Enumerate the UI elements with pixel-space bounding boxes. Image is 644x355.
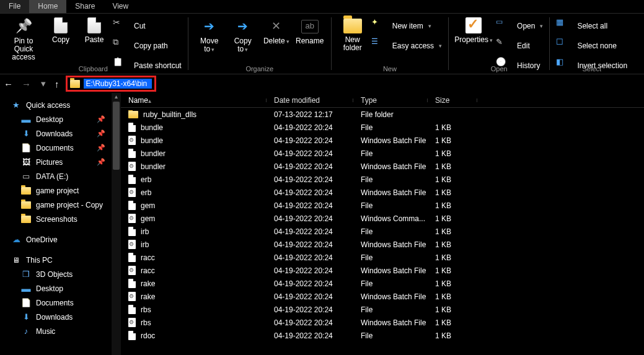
file-type: File <box>353 279 428 288</box>
address-bar[interactable]: E:\Ruby31-x64\bin <box>66 76 156 92</box>
nav-pc-desktop[interactable]: Desktop <box>9 281 112 296</box>
desktop-icon <box>21 115 31 125</box>
nav-game-project-copy[interactable]: game project - Copy <box>9 198 112 212</box>
file-row[interactable]: erb04-19-2022 20:24Windows Batch File1 K… <box>121 186 644 199</box>
file-row[interactable]: ruby_builtin_dlls07-13-2022 12:17File fo… <box>121 108 644 121</box>
file-row[interactable]: bundle04-19-2022 20:24File1 KB <box>121 121 644 134</box>
file-row[interactable]: racc04-19-2022 20:24Windows Batch File1 … <box>121 264 644 277</box>
nav-this-pc[interactable]: This PC <box>9 253 112 267</box>
file-row[interactable]: bundler04-19-2022 20:24File1 KB <box>121 147 644 160</box>
batch-file-icon <box>128 136 136 145</box>
file-row[interactable]: gem04-19-2022 20:24Windows Comma...1 KB <box>121 212 644 225</box>
new-item-icon <box>371 17 389 35</box>
file-size: 1 KB <box>428 175 477 184</box>
nav-quick-access[interactable]: Quick access <box>9 98 112 112</box>
col-size[interactable]: Size <box>428 96 477 105</box>
select-all-button[interactable]: Select all <box>556 17 627 35</box>
scrollbar-thumb[interactable] <box>113 102 120 170</box>
pc-icon <box>11 255 21 265</box>
col-date[interactable]: Date modified <box>267 96 353 105</box>
nav-screenshots[interactable]: Screenshots <box>9 212 112 226</box>
cube-icon <box>21 270 31 279</box>
nav-downloads[interactable]: Downloads📌 <box>9 126 112 141</box>
file-row[interactable]: bundler04-19-2022 20:24Windows Batch Fil… <box>121 160 644 173</box>
divider <box>331 17 332 70</box>
nav-onedrive[interactable]: OneDrive <box>9 232 112 247</box>
nav-desktop[interactable]: Desktop📌 <box>9 112 112 126</box>
select-none-button[interactable]: Select none <box>556 37 627 55</box>
tab-view[interactable]: View <box>104 0 137 13</box>
pin-to-quick-access-button[interactable]: Pin to Quick access <box>4 16 43 62</box>
music-icon <box>21 327 31 336</box>
easy-access-button[interactable]: Easy access▾ <box>371 37 442 55</box>
nav-forward-button[interactable]: → <box>22 79 31 89</box>
nav-pc-music[interactable]: Music <box>9 324 112 338</box>
tab-home[interactable]: Home <box>29 0 66 13</box>
file-row[interactable]: gem04-19-2022 20:24File1 KB <box>121 199 644 212</box>
new-folder-button[interactable]: New folder <box>337 16 369 62</box>
file-type: Windows Batch File <box>353 240 428 249</box>
file-size: 1 KB <box>428 149 477 158</box>
delete-button[interactable]: Delete▾ <box>260 16 293 62</box>
col-type[interactable]: Type <box>353 96 428 105</box>
file-row[interactable]: rbs04-19-2022 20:24Windows Batch File1 K… <box>121 316 644 329</box>
file-type: File folder <box>353 110 428 119</box>
paste-button[interactable]: Paste <box>78 16 110 62</box>
copy-to-button[interactable]: Copy to▾ <box>227 16 259 62</box>
file-size: 1 KB <box>428 318 477 327</box>
nav-scrollbar[interactable] <box>112 93 121 355</box>
delete-icon <box>268 17 285 35</box>
copy-path-button[interactable]: Copy path <box>113 37 182 55</box>
pin-icon: 📌 <box>97 158 105 166</box>
file-size: 1 KB <box>428 188 477 197</box>
properties-button[interactable]: Properties▾ <box>454 16 493 62</box>
drive-icon <box>21 172 31 182</box>
nav-data-drive[interactable]: DATA (E:) <box>9 169 112 183</box>
file-row[interactable]: rake04-19-2022 20:24File1 KB <box>121 277 644 290</box>
file-name: bundler <box>141 162 165 171</box>
new-item-button[interactable]: New item▾ <box>371 17 442 35</box>
batch-file-icon <box>128 240 136 249</box>
copy-button[interactable]: Copy <box>45 16 77 62</box>
nav-pictures[interactable]: Pictures📌 <box>9 155 112 169</box>
file-row[interactable]: irb04-19-2022 20:24File1 KB <box>121 225 644 238</box>
file-date: 04-19-2022 20:24 <box>267 149 353 158</box>
col-name[interactable]: Name▴ <box>121 96 267 105</box>
nav-documents[interactable]: Documents📌 <box>9 141 112 155</box>
file-size: 1 KB <box>428 266 477 275</box>
file-row[interactable]: racc04-19-2022 20:24File1 KB <box>121 251 644 264</box>
address-input[interactable]: E:\Ruby31-x64\bin <box>84 79 152 89</box>
file-date: 04-19-2022 20:24 <box>267 162 353 171</box>
file-name: ruby_builtin_dlls <box>143 110 196 119</box>
move-to-button[interactable]: Move to▾ <box>193 16 226 62</box>
nav-game-project[interactable]: game project <box>9 183 112 198</box>
cut-button[interactable]: Cut <box>113 17 182 35</box>
ribbon-tabs: File Home Share View <box>0 0 644 14</box>
edit-button[interactable]: Edit <box>496 37 543 55</box>
open-button[interactable]: Open▾ <box>496 17 543 35</box>
nav-pc-documents[interactable]: Documents <box>9 296 112 310</box>
nav-up-button[interactable]: ↑ <box>55 79 60 89</box>
file-row[interactable]: rdoc04-19-2022 20:24File1 KB <box>121 329 644 342</box>
edit-label: Edit <box>517 42 530 50</box>
file-date: 04-19-2022 20:24 <box>267 266 353 275</box>
file-name: erb <box>141 188 151 197</box>
file-type: Windows Batch File <box>353 266 428 275</box>
file-type: Windows Comma... <box>353 214 428 223</box>
tab-share[interactable]: Share <box>66 0 104 13</box>
file-size: 1 KB <box>428 227 477 236</box>
file-row[interactable]: rake04-19-2022 20:24Windows Batch File1 … <box>121 290 644 303</box>
nav-pc-downloads[interactable]: Downloads <box>9 310 112 324</box>
file-name: bundler <box>141 149 165 158</box>
file-row[interactable]: irb04-19-2022 20:24Windows Batch File1 K… <box>121 238 644 251</box>
tab-file[interactable]: File <box>0 0 29 13</box>
nav-recent-button[interactable]: ▾ <box>41 78 46 89</box>
file-row[interactable]: rbs04-19-2022 20:24File1 KB <box>121 303 644 316</box>
nav-back-button[interactable]: ← <box>4 79 13 89</box>
file-name: bundle <box>141 123 163 132</box>
file-row[interactable]: bundle04-19-2022 20:24Windows Batch File… <box>121 134 644 147</box>
nav-3d-objects[interactable]: 3D Objects <box>9 267 112 281</box>
file-row[interactable]: erb04-19-2022 20:24File1 KB <box>121 173 644 186</box>
rename-button[interactable]: Rename <box>294 16 326 62</box>
copy-to-label: Copy to▾ <box>234 37 252 54</box>
